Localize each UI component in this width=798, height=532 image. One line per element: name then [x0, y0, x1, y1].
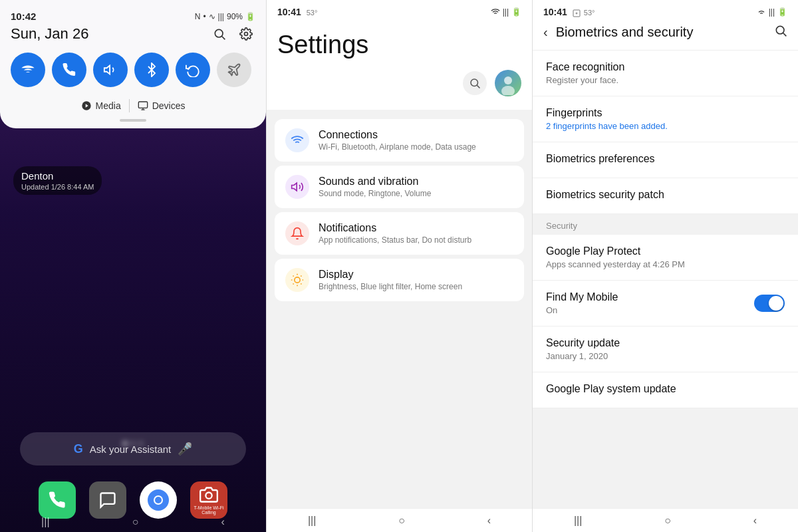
tile-sound[interactable] [93, 53, 128, 87]
panel2-status-bar: 10:41 53° ||| 🔋 [267, 0, 532, 17]
find-my-mobile-toggle[interactable] [754, 295, 785, 312]
bluetooth-status-icon: • [203, 12, 205, 21]
nav-recents[interactable]: ||| [41, 516, 49, 528]
tile-wifi[interactable] [11, 53, 45, 87]
notifications-icon-wrap [285, 221, 309, 245]
media-button[interactable]: Media [73, 98, 129, 114]
panel-biometrics-security: 10:41 53° ||| 🔋 ‹ Biometrics and securit… [532, 0, 798, 532]
p2-nav-recents[interactable]: ||| [308, 515, 316, 527]
security-update-item[interactable]: Security update January 1, 2020 [533, 327, 798, 372]
panel2-nav-bar: ||| ○ ‹ [267, 508, 532, 532]
p2-nav-back[interactable]: ‹ [487, 515, 491, 527]
notifications-subtitle: App notifications, Status bar, Do not di… [319, 235, 513, 245]
user-avatar[interactable] [495, 70, 521, 96]
settings-item-display[interactable]: Display Brightness, Blue light filter, H… [275, 259, 524, 301]
devices-button[interactable]: Devices [130, 98, 194, 114]
settings-item-sounds[interactable]: Sounds and vibration Sound mode, Rington… [275, 166, 524, 208]
p3-nav-back[interactable]: ‹ [753, 515, 757, 527]
panel3-nav-bar: ||| ○ ‹ [533, 508, 798, 532]
location-updated: Updated 1/26 8:44 AM [21, 183, 94, 191]
panel-settings: 10:41 53° ||| 🔋 Settings [266, 0, 532, 532]
battery-icon: 🔋 [245, 12, 255, 21]
quick-tiles [11, 53, 255, 87]
settings-button[interactable] [237, 25, 255, 43]
fingerprints-item[interactable]: Fingerprints 2 fingerprints have been ad… [533, 96, 798, 142]
settings-item-notifications[interactable]: Notifications App notifications, Status … [275, 212, 524, 255]
p2-battery-icon: 🔋 [511, 7, 521, 17]
svg-rect-6 [138, 102, 147, 108]
panel3-status-bar: 10:41 53° ||| 🔋 [533, 0, 798, 17]
notification-shade: 10:42 N • ∿ ||| 90% 🔋 Sun, Jan 26 [0, 0, 266, 128]
svg-line-14 [477, 85, 479, 88]
svg-line-22 [293, 276, 294, 277]
biometrics-preferences-item[interactable]: Biometrics preferences [533, 142, 798, 178]
svg-point-11 [155, 497, 162, 503]
sounds-text: Sounds and vibration Sound mode, Rington… [319, 176, 513, 198]
panel3-title: Biometrics and security [556, 25, 766, 40]
sounds-subtitle: Sound mode, Ringtone, Volume [319, 189, 513, 198]
assistant-bar[interactable]: G Ask your Assistant 🎤 [20, 432, 246, 466]
media-devices-row: Media Devices [11, 98, 255, 114]
face-recognition-title: Face recognition [546, 61, 785, 73]
nav-home[interactable]: ○ [132, 516, 139, 528]
p2-nav-home[interactable]: ○ [398, 515, 405, 527]
nfc-icon: N [195, 12, 201, 21]
p2-status-icons: ||| 🔋 [491, 7, 521, 17]
google-play-protect-sub: Apps scanned yesterday at 4:26 PM [546, 259, 785, 269]
google-play-protect-title: Google Play Protect [546, 245, 785, 257]
date-display: Sun, Jan 26 [11, 25, 88, 43]
date-actions [210, 25, 255, 43]
p2-signal-icon: ||| [503, 7, 509, 17]
panel3-search-button[interactable] [774, 24, 787, 41]
connections-icon-wrap [285, 128, 309, 152]
svg-point-16 [504, 76, 512, 84]
settings-item-connections[interactable]: Connections Wi-Fi, Bluetooth, Airplane m… [275, 119, 524, 162]
biometrics-list: Face recognition Register your face. Fin… [533, 51, 798, 499]
svg-point-30 [776, 26, 784, 34]
face-recognition-item[interactable]: Face recognition Register your face. [533, 51, 798, 96]
find-my-mobile-item[interactable]: Find My Mobile On [533, 281, 798, 327]
settings-list: Connections Wi-Fi, Bluetooth, Airplane m… [267, 115, 532, 305]
p2-time: 10:41 53° [277, 7, 317, 17]
security-section-header: Security [533, 214, 798, 235]
find-my-mobile-sub: On [546, 305, 618, 315]
svg-line-23 [301, 283, 301, 284]
settings-header: Settings [267, 17, 532, 110]
settings-card-notifications: Notifications App notifications, Status … [275, 212, 524, 255]
svg-rect-28 [573, 10, 580, 17]
settings-title: Settings [277, 31, 521, 59]
nav-back[interactable]: ‹ [221, 516, 225, 528]
tile-call[interactable] [52, 53, 86, 87]
display-subtitle: Brightness, Blue light filter, Home scre… [319, 282, 513, 291]
settings-card-display: Display Brightness, Blue light filter, H… [275, 259, 524, 301]
connections-text: Connections Wi-Fi, Bluetooth, Airplane m… [319, 129, 513, 152]
svg-point-12 [205, 493, 211, 499]
settings-card-sounds: Sounds and vibration Sound mode, Rington… [275, 166, 524, 208]
biometrics-security-patch-item[interactable]: Biometrics security patch [533, 178, 798, 214]
battery-text: 90% [227, 12, 243, 21]
tile-bluetooth[interactable] [134, 53, 169, 87]
status-time: 10:42 [11, 11, 36, 22]
google-play-protect-item[interactable]: Google Play Protect Apps scanned yesterd… [533, 235, 798, 281]
connections-title: Connections [319, 129, 513, 141]
google-play-system-update-item[interactable]: Google Play system update [533, 372, 798, 408]
tile-airplane[interactable] [217, 53, 251, 87]
svg-point-29 [576, 13, 577, 14]
svg-point-13 [471, 79, 478, 86]
search-button[interactable] [210, 25, 229, 43]
security-update-sub: January 1, 2020 [546, 351, 785, 361]
svg-point-2 [245, 33, 248, 36]
toggle-knob [769, 296, 783, 311]
svg-marker-18 [292, 183, 297, 191]
back-button[interactable]: ‹ [543, 25, 548, 40]
tile-sync[interactable] [176, 53, 210, 87]
p3-nav-recents[interactable]: ||| [574, 515, 582, 527]
settings-search-button[interactable] [463, 71, 487, 95]
display-text: Display Brightness, Blue light filter, H… [319, 269, 513, 291]
svg-marker-3 [104, 66, 110, 74]
p3-nav-home[interactable]: ○ [664, 515, 671, 527]
svg-point-19 [295, 277, 300, 283]
fingerprints-sub: 2 fingerprints have been added. [546, 121, 785, 131]
face-recognition-sub: Register your face. [546, 75, 785, 85]
google-play-system-update-title: Google Play system update [546, 383, 785, 395]
